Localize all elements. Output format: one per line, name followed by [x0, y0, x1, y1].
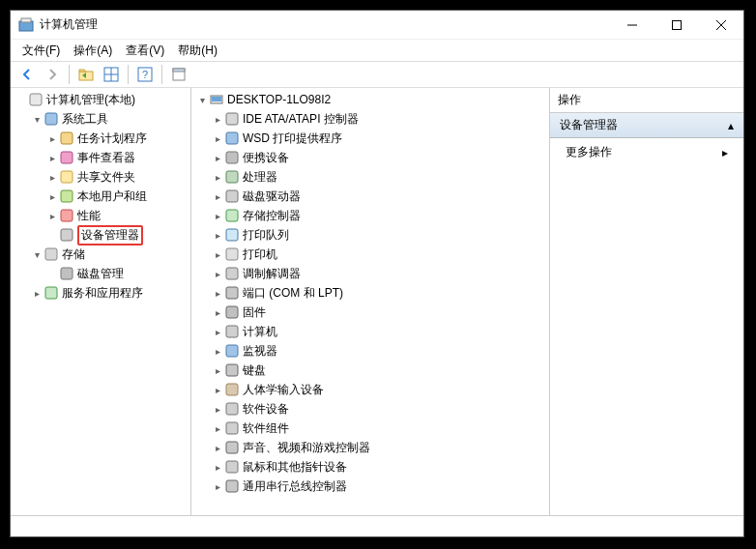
device-category[interactable]: ▸键盘 [191, 361, 549, 380]
device-root[interactable]: ▾DESKTOP-1LO98I2 [191, 90, 549, 109]
device-category[interactable]: ▸声音、视频和游戏控制器 [191, 438, 549, 457]
tree-node-label: 声音、视频和游戏控制器 [243, 440, 370, 456]
device-category[interactable]: ▸固件 [191, 303, 549, 322]
tree-expander[interactable]: ▸ [211, 114, 224, 125]
device-category[interactable]: ▸计算机 [191, 322, 549, 341]
device-category[interactable]: ▸调制解调器 [191, 264, 549, 283]
tree-root[interactable]: 计算机管理(本地) [11, 90, 190, 109]
device-category[interactable]: ▸打印队列 [191, 225, 549, 245]
back-button[interactable] [16, 64, 38, 85]
device-category[interactable]: ▸WSD 打印提供程序 [191, 129, 549, 148]
tree-expander[interactable]: ▸ [211, 404, 224, 415]
device-category-icon [224, 304, 240, 320]
tree-expander[interactable]: ▸ [211, 327, 224, 337]
menu-view[interactable]: 查看(V) [120, 41, 170, 61]
tree-expander[interactable]: ▸ [45, 172, 59, 183]
right-action-item[interactable]: 更多操作 ▸ [550, 138, 743, 166]
tree-expander[interactable]: ▸ [45, 153, 59, 163]
tree-node[interactable]: ▾存储 [11, 245, 190, 264]
tree-node[interactable]: 磁盘管理 [11, 264, 190, 283]
svg-rect-24 [45, 287, 57, 299]
tree-expander[interactable]: ▸ [211, 191, 224, 202]
view-list-button[interactable] [101, 64, 122, 85]
device-category[interactable]: ▸存储控制器 [191, 206, 549, 225]
tree-node[interactable]: ▸性能 [11, 206, 190, 225]
help-button[interactable]: ? [134, 64, 156, 85]
tree-expander[interactable]: ▸ [211, 230, 224, 241]
tree-expander[interactable]: ▸ [30, 288, 44, 299]
tree-expander[interactable]: ▸ [211, 133, 224, 144]
svg-rect-41 [226, 384, 238, 395]
tree-node-icon [44, 246, 59, 262]
device-category-icon [224, 150, 240, 165]
device-category[interactable]: ▸端口 (COM 和 LPT) [191, 283, 549, 303]
svg-rect-45 [226, 461, 238, 473]
device-category[interactable]: ▸人体学输入设备 [191, 380, 549, 399]
menu-help[interactable]: 帮助(H) [172, 41, 223, 61]
properties-button[interactable] [168, 64, 189, 85]
tree-expander[interactable]: ▸ [211, 269, 224, 279]
svg-rect-18 [61, 171, 73, 183]
device-category[interactable]: ▸鼠标和其他指针设备 [191, 457, 549, 477]
tree-expander[interactable]: ▸ [211, 423, 224, 434]
tree-expander[interactable]: ▸ [45, 133, 59, 144]
tree-node[interactable]: 设备管理器 [11, 225, 190, 245]
forward-button[interactable] [42, 64, 63, 85]
tree-expander[interactable]: ▾ [30, 249, 44, 260]
device-category[interactable]: ▸便携设备 [191, 148, 549, 167]
svg-rect-31 [226, 190, 238, 202]
device-category[interactable]: ▸软件组件 [191, 419, 549, 438]
tree-expander[interactable]: ▸ [211, 443, 224, 453]
device-category[interactable]: ▸监视器 [191, 341, 549, 361]
maximize-button[interactable] [654, 11, 699, 40]
svg-rect-21 [61, 229, 73, 241]
tree-expander[interactable]: ▸ [211, 172, 224, 183]
tree-expander[interactable]: ▸ [211, 385, 224, 395]
right-header: 操作 [550, 88, 743, 113]
device-category-icon [224, 130, 240, 146]
tree-expander[interactable]: ▸ [211, 211, 224, 221]
right-section-header[interactable]: 设备管理器 ▴ [550, 113, 743, 138]
device-category[interactable]: ▸IDE ATA/ATAPI 控制器 [191, 109, 549, 129]
tree-expander[interactable]: ▸ [211, 288, 224, 299]
device-category[interactable]: ▸通用串行总线控制器 [191, 477, 549, 496]
tree-node[interactable]: ▸服务和应用程序 [11, 283, 190, 303]
tree-node[interactable]: ▾系统工具 [11, 109, 190, 129]
tree-expander[interactable]: ▾ [195, 95, 209, 105]
tree-expander[interactable]: ▸ [211, 249, 224, 260]
device-category[interactable]: ▸磁盘驱动器 [191, 187, 549, 206]
tree-expander[interactable]: ▸ [45, 191, 59, 202]
tree-expander[interactable]: ▸ [211, 462, 224, 473]
tree-expander[interactable]: ▸ [211, 346, 224, 357]
window: 计算机管理 文件(F) 操作(A) 查看(V) 帮助(H) ? 计算机管理(本地… [10, 10, 744, 537]
statusbar [11, 515, 743, 536]
device-category-icon [224, 208, 240, 223]
tree-expander[interactable]: ▾ [30, 114, 44, 125]
tree-node[interactable]: ▸任务计划程序 [11, 129, 190, 148]
device-category-icon [224, 285, 240, 301]
tree-expander[interactable]: ▸ [211, 365, 224, 376]
device-category[interactable]: ▸软件设备 [191, 399, 549, 419]
left-panel: 计算机管理(本地)▾系统工具▸任务计划程序▸事件查看器▸共享文件夹▸本地用户和组… [11, 88, 191, 515]
device-category[interactable]: ▸打印机 [191, 245, 549, 264]
tree-node-label: IDE ATA/ATAPI 控制器 [243, 111, 359, 128]
folder-button[interactable] [75, 64, 97, 85]
device-category-icon [224, 382, 240, 397]
device-category-icon [224, 401, 240, 417]
tree-expander[interactable]: ▸ [45, 211, 59, 221]
tree-node-label: 调制解调器 [243, 266, 301, 282]
tree-node[interactable]: ▸共享文件夹 [11, 167, 190, 187]
toolbar: ? [11, 61, 743, 88]
minimize-button[interactable] [610, 11, 654, 40]
tree-node[interactable]: ▸事件查看器 [11, 148, 190, 167]
menu-file[interactable]: 文件(F) [16, 41, 66, 61]
tree-node[interactable]: ▸本地用户和组 [11, 187, 190, 206]
tree-expander[interactable]: ▸ [211, 153, 224, 163]
close-button[interactable] [699, 11, 743, 40]
svg-rect-44 [226, 442, 238, 453]
tree-expander[interactable]: ▸ [211, 481, 224, 492]
svg-rect-28 [226, 132, 238, 144]
tree-expander[interactable]: ▸ [211, 307, 224, 318]
device-category[interactable]: ▸处理器 [191, 167, 549, 187]
menu-action[interactable]: 操作(A) [68, 41, 118, 61]
